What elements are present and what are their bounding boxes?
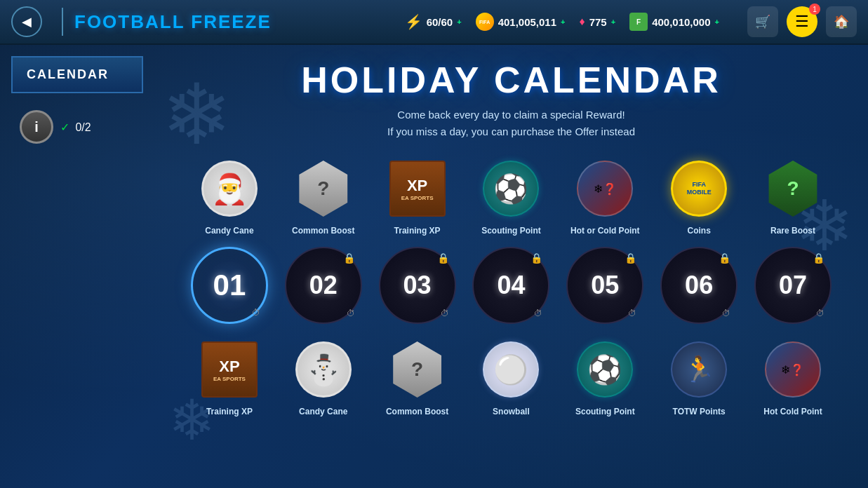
reward-common-boost-1: ? Common Boost [278, 157, 369, 236]
candy-cane-2-label: Candy Cane [299, 407, 347, 416]
energy-resource: ⚡ 60/60 + [405, 13, 462, 30]
reward-scouting-point-2: ⚽ Scouting Point [559, 338, 650, 416]
day-06-number: 06 [685, 271, 713, 300]
day-02[interactable]: 🔒 02 ⏱ [285, 247, 362, 324]
training-xp-2-icon-wrap: XP EA SPORTS [198, 338, 261, 401]
days-row: 01 ⏱ 🔒 02 ⏱ 🔒 03 ⏱ 🔒 04 ⏱ 🔒 05 ⏱ [175, 247, 847, 324]
header-actions: 🛒 ☰ 1 🏠 [747, 6, 857, 37]
soccer-ball-2-icon: ⚽ [577, 341, 633, 398]
rare-boost-icon-wrap: ? [761, 157, 824, 220]
subtitle-line1: Come back every day to claim a special R… [175, 107, 847, 123]
rewards-row-2: XP EA SPORTS Training XP ⛄ Candy Cane ? … [175, 338, 847, 416]
gems-plus[interactable]: + [611, 18, 615, 26]
snowball-icon-wrap: ⚪ [479, 338, 542, 401]
timer-icon-05: ⏱ [628, 309, 636, 318]
day-06[interactable]: 🔒 06 ⏱ [660, 247, 737, 324]
info-icon: i [20, 110, 53, 144]
reward-coins-1: FIFAMOBILE Coins [653, 157, 745, 236]
snowball-icon: ⚪ [483, 341, 539, 398]
gem-icon: ♦ [580, 15, 585, 28]
rewards-row-1: 🎅 Candy Cane ? Common Boost XP EA SPORTS [175, 157, 847, 236]
candy-cane-icon-wrap: 🎅 [198, 157, 261, 220]
check-icon: ✓ [60, 121, 69, 133]
day-02-number: 02 [309, 271, 338, 300]
lock-icon-05: 🔒 [625, 252, 636, 264]
day-05[interactable]: 🔒 05 ⏱ [566, 247, 643, 324]
xp-book-2-icon: XP EA SPORTS [201, 341, 258, 398]
timer-icon-01: ⏱ [252, 308, 260, 318]
candy-cane-label: Candy Cane [205, 226, 253, 236]
gems-resource: ♦ 775 + [580, 15, 616, 28]
green-currency-icon: F [629, 13, 648, 31]
energy-plus[interactable]: + [457, 18, 461, 26]
cart-button[interactable]: 🛒 [747, 6, 778, 37]
calendar-tab[interactable]: CALENDAR [11, 56, 143, 93]
training-xp-icon-wrap: XP EA SPORTS [386, 157, 449, 220]
question-hex-2-icon: ? [389, 341, 446, 398]
day-07[interactable]: 🔒 07 ⏱ [754, 247, 832, 324]
sidebar: CALENDAR i ✓ 0/2 [0, 45, 154, 488]
rare-boost-icon: ? [765, 161, 821, 217]
day-01[interactable]: 01 ⏱ [191, 247, 268, 324]
reward-candy-cane-1: 🎅 Candy Cane [184, 157, 275, 236]
reward-hot-cold-1: ❄❓ Hot or Cold Point [559, 157, 650, 236]
lock-icon-06: 🔒 [719, 252, 730, 264]
fifa-coin-icon: FIFA [476, 13, 494, 31]
hot-cold-2-icon-wrap: ❄❓ [761, 338, 824, 401]
snowball-label: Snowball [493, 407, 530, 416]
training-xp-label: Training XP [394, 226, 441, 236]
reward-snowball: ⚪ Snowball [465, 338, 556, 416]
avatar-icon: ☰ [795, 13, 809, 31]
holiday-title: HOLIDAY CALENDAR [175, 59, 847, 101]
lock-icon-03: 🔒 [437, 252, 449, 264]
main-content: ❄ ❄ ❄ CALENDAR i ✓ 0/2 HOLIDAY CALENDAR … [0, 45, 868, 488]
candy-cane-2-icon-wrap: ⛄ [292, 338, 355, 401]
coins-plus[interactable]: + [561, 18, 565, 26]
reward-rare-boost-1: ? Rare Boost [747, 157, 839, 236]
coins-label: Coins [687, 226, 710, 236]
common-boost-2-icon-wrap: ? [386, 338, 449, 401]
holiday-subtitle: Come back every day to claim a special R… [175, 107, 847, 140]
back-button[interactable]: ◀ [11, 6, 42, 37]
green-currency-plus[interactable]: + [715, 18, 719, 26]
xp-book-icon: XP EA SPORTS [389, 161, 446, 217]
day-01-number: 01 [213, 269, 246, 302]
subtitle-line2: If you miss a day, you can purchase the … [175, 123, 847, 140]
timer-icon-03: ⏱ [441, 309, 449, 318]
hot-cold-2-label: Hot Cold Point [763, 407, 822, 416]
candy-cane-2-icon: ⛄ [295, 341, 352, 398]
green-currency-value: 400,010,000 [652, 16, 710, 28]
hot-cold-label: Hot or Cold Point [570, 226, 640, 236]
timer-icon-07: ⏱ [816, 309, 824, 318]
scouting-point-2-label: Scouting Point [575, 407, 635, 416]
soccer-ball-icon: ⚽ [483, 161, 539, 217]
reward-candy-cane-2: ⛄ Candy Cane [278, 338, 369, 416]
reward-common-boost-2: ? Common Boost [372, 338, 463, 416]
scouting-point-2-icon-wrap: ⚽ [573, 338, 636, 401]
day-04-number: 04 [497, 271, 525, 300]
energy-value: 60/60 [427, 16, 453, 28]
common-boost-2-label: Common Boost [386, 407, 448, 416]
day-03[interactable]: 🔒 03 ⏱ [379, 247, 456, 324]
info-badge: i ✓ 0/2 [11, 104, 143, 149]
progress-text: ✓ 0/2 [60, 121, 91, 134]
lightning-icon: ⚡ [405, 13, 422, 30]
totw-icon: 🏃 [671, 341, 727, 398]
totw-icon-wrap: 🏃 [667, 338, 730, 401]
fifa-mobile-coin-icon: FIFAMOBILE [671, 161, 727, 217]
common-boost-label: Common Boost [292, 226, 354, 236]
totw-label: TOTW Points [673, 407, 726, 416]
coins-resource: FIFA 401,005,011 + [476, 13, 566, 31]
scouting-point-icon-wrap: ⚽ [479, 157, 542, 220]
header-resources: ⚡ 60/60 + FIFA 401,005,011 + ♦ 775 + F 4… [405, 6, 857, 37]
green-currency-resource: F 400,010,000 + [629, 13, 719, 31]
lock-icon-02: 🔒 [343, 252, 355, 264]
candy-cane-icon: 🎅 [201, 161, 258, 217]
common-boost-icon-wrap: ? [292, 157, 355, 220]
home-button[interactable]: 🏠 [826, 6, 857, 37]
timer-icon-06: ⏱ [722, 309, 730, 318]
lock-icon-07: 🔒 [813, 252, 824, 264]
day-04[interactable]: 🔒 04 ⏱ [472, 247, 549, 324]
avatar-button[interactable]: ☰ 1 [787, 6, 817, 37]
reward-scouting-point-1: ⚽ Scouting Point [465, 157, 556, 236]
